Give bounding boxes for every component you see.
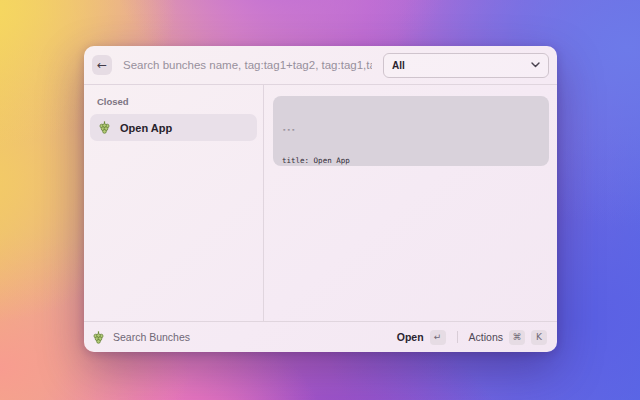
footer-app: Search Bunches xyxy=(92,331,388,344)
code-block: --- title: Open App tag: Test --- xyxy=(273,96,549,166)
list-item-open-app[interactable]: Open App xyxy=(90,114,257,141)
actions-menu-label: Actions xyxy=(469,331,503,343)
search-input[interactable] xyxy=(121,58,374,72)
footer: Search Bunches Open ↵ Actions ⌘ K xyxy=(84,321,557,352)
grapes-icon xyxy=(98,121,111,134)
section-header-closed: Closed xyxy=(97,96,257,107)
open-action-label: Open xyxy=(397,331,424,343)
grapes-icon xyxy=(92,331,105,344)
content-area: Closed Open App --- title: Open App tag: xyxy=(84,85,557,321)
filter-dropdown-value: All xyxy=(392,60,405,71)
cmd-key-icon: ⌘ xyxy=(509,330,525,345)
footer-divider xyxy=(457,331,458,343)
code-line: title: Open App xyxy=(282,156,540,166)
detail-panel: --- title: Open App tag: Test --- xyxy=(263,85,557,321)
header: ← All xyxy=(84,46,557,84)
k-key-icon: K xyxy=(531,330,547,345)
results-list-panel: Closed Open App xyxy=(84,85,263,321)
open-action-button[interactable]: Open ↵ xyxy=(395,328,448,347)
chevron-down-icon xyxy=(531,62,540,68)
list-item-label: Open App xyxy=(120,122,172,134)
code-line: --- xyxy=(282,125,540,135)
footer-app-name: Search Bunches xyxy=(113,331,190,343)
actions-menu-button[interactable]: Actions ⌘ K xyxy=(467,328,549,347)
filter-dropdown[interactable]: All xyxy=(383,53,549,78)
back-arrow-icon: ← xyxy=(97,59,107,71)
back-button[interactable]: ← xyxy=(92,55,112,75)
return-key-icon: ↵ xyxy=(430,330,446,345)
app-window: ← All Closed Open A xyxy=(84,46,557,352)
